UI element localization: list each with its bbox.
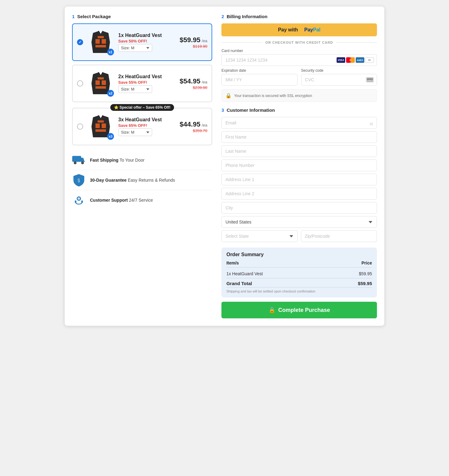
svg-rect-13 <box>367 79 373 80</box>
svg-point-3 <box>75 162 76 163</box>
cvc-wrap: Security code <box>301 66 377 86</box>
phone-input[interactable] <box>221 159 377 171</box>
price-main-3: $44.95 <box>180 120 200 128</box>
package-name-3: 3x HeatGuard Vest <box>118 117 176 123</box>
order-item-name: 1x HeatGuard Vest <box>226 271 263 276</box>
package-save-1: Save 50% OFF! <box>118 39 176 43</box>
price-per-1: /ea <box>202 38 207 43</box>
svg-rect-11 <box>81 200 83 203</box>
last-name-input[interactable] <box>221 145 377 157</box>
price-per-2: /ea <box>202 80 207 84</box>
order-total-price: $59.95 <box>358 281 372 286</box>
amex-icon: AMEX <box>356 57 364 63</box>
expiry-cvc-row: Expiration date Security code <box>221 66 377 86</box>
headset-icon <box>72 193 86 207</box>
city-input[interactable] <box>221 202 377 214</box>
cvc-card-icon <box>366 77 374 83</box>
divider: OR CHECKOUT WITH CREDIT CARD <box>221 41 377 44</box>
price-main-2: $54.95 <box>180 77 200 85</box>
left-column: 1 Select Package ✓ x1 1 <box>72 14 218 318</box>
size-select-2[interactable]: Size: M Size: S Size: L Size: XL <box>118 85 152 93</box>
price-old-3: $359.70 <box>180 128 207 133</box>
customer-section: 3 Customer Information ✉ United States C… <box>221 107 377 242</box>
order-header-row: Item/s Price <box>226 260 372 268</box>
order-summary-title: Order Summary <box>226 252 372 257</box>
feature-support: Customer Support 24/7 Service <box>72 190 212 210</box>
order-note: Shipping and tax will be settled upon ch… <box>226 289 372 293</box>
lock-icon-btn: 🔒 <box>269 307 275 313</box>
divider-line-left <box>221 42 262 43</box>
vest-image-3: x3 <box>87 113 115 140</box>
svg-rect-14 <box>368 80 371 81</box>
size-select-1[interactable]: Size: M Size: S Size: L Size: XL <box>118 44 152 52</box>
feature-support-text: Customer Support 24/7 Service <box>90 198 153 203</box>
first-name-input[interactable] <box>221 131 377 143</box>
cvc-label: Security code <box>301 68 377 73</box>
vest-image-1: x1 <box>87 28 115 56</box>
country-select[interactable]: United States Canada United Kingdom <box>221 216 377 228</box>
package-price-3: $44.95 /ea $359.70 <box>180 120 207 133</box>
package-card-1[interactable]: ✓ x1 1x HeatGuard Vest Save 50% OFF! <box>72 23 212 61</box>
expiry-label: Expiration date <box>221 68 297 73</box>
qty-badge-3: x3 <box>107 133 114 140</box>
ssl-text: Your transaction is secured with SSL enc… <box>234 94 312 98</box>
feature-shipping: Fast Shipping To Your Door <box>72 150 212 170</box>
paypal-pay-text: Pay with <box>278 27 298 33</box>
ssl-row: 🔒 Your transaction is secured with SSL e… <box>221 89 377 102</box>
package-name-2: 2x HeatGuard Vest <box>118 74 176 79</box>
expiry-wrap: Expiration date <box>221 66 297 86</box>
special-offer-banner: ⭐ Special offer – Save 65% Off! <box>110 104 174 111</box>
features-list: Fast Shipping To Your Door $ 30-Day Guar… <box>72 150 212 210</box>
paypal-logo: PayPal <box>304 27 320 33</box>
package-name-1: 1x HeatGuard Vest <box>118 33 176 38</box>
shield-icon: $ <box>72 173 86 187</box>
package-info-1: 1x HeatGuard Vest Save 50% OFF! Size: M … <box>118 33 176 52</box>
svg-rect-0 <box>72 156 81 162</box>
select-package-title: 1 Select Package <box>72 14 212 19</box>
qty-badge-1: x1 <box>107 49 114 55</box>
section-num-1: 1 <box>72 14 75 19</box>
zip-input[interactable] <box>301 230 377 242</box>
price-main-1: $59.95 <box>180 36 200 44</box>
package-save-2: Save 55% OFF! <box>118 80 176 85</box>
billing-section: 2 Billing Information Pay with PayPal OR… <box>221 14 377 102</box>
order-item-row: 1x HeatGuard Vest $59.95 <box>226 269 372 278</box>
card-number-wrap: VISA MC AMEX DC <box>221 54 377 66</box>
order-item-price: $59.95 <box>359 271 372 276</box>
state-select[interactable]: Select State Alabama Alaska Arizona Cali… <box>221 230 297 242</box>
radio-1: ✓ <box>77 39 83 45</box>
feature-guarantee-text: 30-Day Guarantee Easy Returns & Refunds <box>90 178 175 183</box>
paypal-button[interactable]: Pay with PayPal <box>221 23 377 36</box>
select-package-label: Select Package <box>77 14 111 19</box>
billing-title: 2 Billing Information <box>221 14 377 19</box>
svg-point-4 <box>82 162 83 163</box>
email-input[interactable] <box>221 117 377 129</box>
package-info-3: 3x HeatGuard Vest Save 65% OFF! Size: M … <box>118 117 176 136</box>
package-price-1: $59.95 /ea $119.90 <box>180 36 207 49</box>
price-old-2: $239.80 <box>180 85 207 90</box>
order-summary: Order Summary Item/s Price 1x HeatGuard … <box>221 248 377 297</box>
feature-shipping-text: Fast Shipping To Your Door <box>90 158 144 163</box>
check-icon: ✓ <box>79 40 82 44</box>
card-number-label: Card number <box>221 49 377 53</box>
address1-input[interactable] <box>221 174 377 185</box>
price-old-1: $119.90 <box>180 44 207 49</box>
diners-icon: DC <box>365 57 374 63</box>
mastercard-icon: MC <box>346 57 355 63</box>
email-wrap: ✉ <box>221 117 377 131</box>
svg-rect-10 <box>75 200 76 203</box>
complete-purchase-label: Complete Purchase <box>278 307 330 313</box>
right-column: 2 Billing Information Pay with PayPal OR… <box>218 14 377 318</box>
size-select-3[interactable]: Size: M Size: S Size: L Size: XL <box>118 128 152 136</box>
qty-badge-2: x2 <box>107 90 114 97</box>
customer-label: Customer Information <box>227 107 275 113</box>
card-icons: VISA MC AMEX DC <box>337 57 374 63</box>
complete-purchase-button[interactable]: 🔒 Complete Purchase <box>221 302 377 318</box>
expiry-input[interactable] <box>221 74 297 86</box>
package-card-3[interactable]: ⭐ Special offer – Save 65% Off! x3 3x He… <box>72 108 212 145</box>
order-total-row: Grand Total $59.95 <box>226 278 372 288</box>
feature-guarantee: $ 30-Day Guarantee Easy Returns & Refund… <box>72 170 212 190</box>
package-card-2[interactable]: x2 2x HeatGuard Vest Save 55% OFF! Size:… <box>72 65 212 102</box>
address2-input[interactable] <box>221 188 377 200</box>
svg-point-7 <box>76 178 81 183</box>
